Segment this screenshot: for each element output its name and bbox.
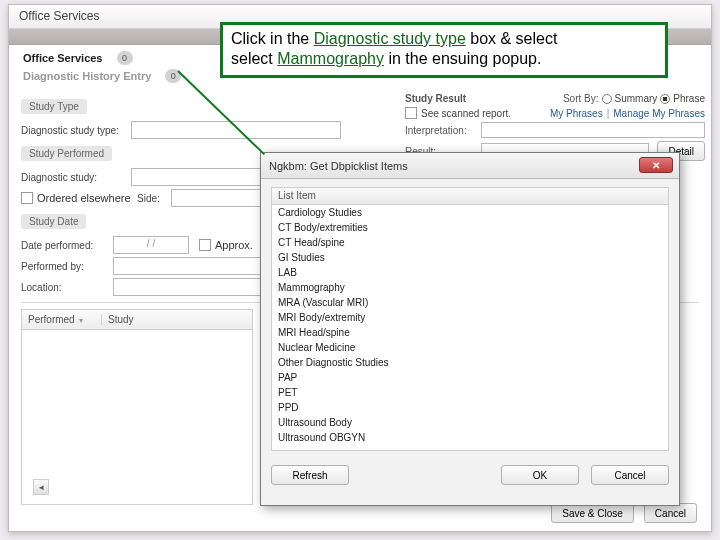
list-item[interactable]: CT Body/extremities bbox=[272, 220, 668, 235]
list-item[interactable]: Other Diagnostic Studies bbox=[272, 355, 668, 370]
callout-text-1a: Click in the bbox=[231, 30, 314, 47]
tab-office-services-badge: 0 bbox=[117, 51, 133, 65]
sort-summary-radio[interactable] bbox=[602, 94, 612, 104]
dialog-title: Ngkbm: Get Dbpicklist Items bbox=[269, 160, 408, 172]
close-icon[interactable]: ✕ bbox=[639, 157, 673, 173]
diag-study-type-label: Diagnostic study type: bbox=[21, 125, 131, 136]
ordered-elsewhere-checkbox[interactable] bbox=[21, 192, 33, 204]
list-item[interactable]: GI Studies bbox=[272, 250, 668, 265]
scroll-left-icon[interactable]: ◂ bbox=[33, 479, 49, 495]
instruction-callout: Click in the Diagnostic study type box &… bbox=[220, 22, 668, 78]
callout-text-2b: in the ensuing popup. bbox=[384, 50, 541, 67]
ok-button[interactable]: OK bbox=[501, 465, 579, 485]
section-study-type: Study Type bbox=[21, 99, 87, 114]
date-performed-input[interactable]: / / bbox=[113, 236, 189, 254]
list-item[interactable]: LAB bbox=[272, 265, 668, 280]
cancel-button[interactable]: Cancel bbox=[591, 465, 669, 485]
save-close-button[interactable]: Save & Close bbox=[551, 503, 634, 523]
list-item[interactable]: Nuclear Medicine bbox=[272, 340, 668, 355]
list-item[interactable]: MRI Head/spine bbox=[272, 325, 668, 340]
picklist-dialog: Ngkbm: Get Dbpicklist Items ✕ List Item … bbox=[260, 152, 680, 506]
list-item[interactable]: PAP bbox=[272, 370, 668, 385]
grid-col-performed[interactable]: Performed bbox=[28, 314, 75, 325]
performed-by-input[interactable] bbox=[113, 257, 263, 275]
section-study-performed: Study Performed bbox=[21, 146, 112, 161]
list-item[interactable]: Ultrasound Body bbox=[272, 415, 668, 430]
list-item[interactable]: Mammography bbox=[272, 280, 668, 295]
footer-buttons: Save & Close Cancel bbox=[551, 503, 697, 523]
callout-text-1c: box & select bbox=[466, 30, 558, 47]
sort-summary-label: Summary bbox=[615, 93, 658, 104]
sort-phrase-radio[interactable] bbox=[660, 94, 670, 104]
list-item[interactable]: Cardiology Studies bbox=[272, 205, 668, 220]
window-title: Office Services bbox=[19, 9, 99, 23]
approx-checkbox[interactable] bbox=[199, 239, 211, 251]
grid-header: Performed▾ Study bbox=[21, 309, 253, 329]
list-item[interactable]: CT Head/spine bbox=[272, 235, 668, 250]
diag-study-label: Diagnostic study: bbox=[21, 172, 131, 183]
study-result-label: Study Result bbox=[405, 93, 481, 104]
refresh-button[interactable]: Refresh bbox=[271, 465, 349, 485]
diag-study-type-input[interactable] bbox=[131, 121, 341, 139]
dialog-titlebar[interactable]: Ngkbm: Get Dbpicklist Items ✕ bbox=[261, 153, 679, 179]
list-item[interactable]: PPD bbox=[272, 400, 668, 415]
list-item[interactable]: PET bbox=[272, 385, 668, 400]
location-label: Location: bbox=[21, 282, 113, 293]
footer-cancel-button[interactable]: Cancel bbox=[644, 503, 697, 523]
ordered-elsewhere-label: Ordered elsewhere bbox=[37, 192, 137, 204]
picklist[interactable]: Cardiology StudiesCT Body/extremitiesCT … bbox=[271, 205, 669, 451]
grid-body[interactable] bbox=[21, 329, 253, 505]
sort-icon[interactable]: ▾ bbox=[79, 316, 83, 325]
callout-underline-2: Mammography bbox=[277, 50, 384, 67]
see-scanned-checkbox[interactable] bbox=[405, 107, 417, 119]
grid-col-study[interactable]: Study bbox=[102, 314, 252, 325]
approx-label: Approx. bbox=[215, 239, 253, 251]
interpretation-input[interactable] bbox=[481, 122, 705, 138]
callout-text-2pre: select bbox=[231, 50, 277, 67]
list-item[interactable]: MRA (Vascular MRI) bbox=[272, 295, 668, 310]
performed-by-label: Performed by: bbox=[21, 261, 113, 272]
sortby-label: Sort By: bbox=[563, 93, 599, 104]
list-item[interactable]: Ultrasound OBGYN bbox=[272, 430, 668, 445]
list-item[interactable]: MRI Body/extremity bbox=[272, 310, 668, 325]
picklist-header: List Item bbox=[271, 187, 669, 205]
manage-phrases-link[interactable]: Manage My Phrases bbox=[613, 108, 705, 119]
callout-underline-1: Diagnostic study type bbox=[314, 30, 466, 47]
sort-phrase-label: Phrase bbox=[673, 93, 705, 104]
see-scanned-label: See scanned report. bbox=[421, 108, 511, 119]
side-input[interactable] bbox=[171, 189, 261, 207]
side-label: Side: bbox=[137, 193, 171, 204]
date-performed-label: Date performed: bbox=[21, 240, 113, 251]
tab-office-services[interactable]: Office Services bbox=[23, 52, 103, 64]
interpretation-label: Interpretation: bbox=[405, 125, 481, 136]
tab-diagnostic-history[interactable]: Diagnostic History Entry bbox=[23, 70, 151, 82]
section-study-date: Study Date bbox=[21, 214, 86, 229]
location-input[interactable] bbox=[113, 278, 263, 296]
my-phrases-link[interactable]: My Phrases bbox=[550, 108, 603, 119]
